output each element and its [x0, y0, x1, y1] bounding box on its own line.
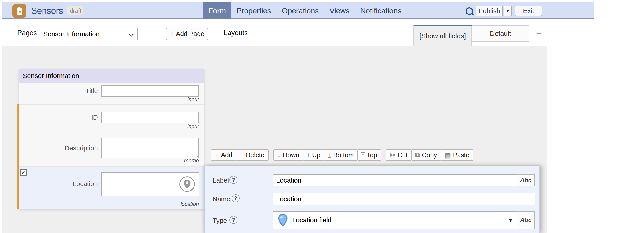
button-label: Down — [283, 151, 299, 159]
tab-operations[interactable]: Operations — [276, 2, 324, 19]
description-textarea[interactable] — [102, 138, 199, 158]
add-delete-group: + Add − Delete — [211, 149, 268, 161]
minus-icon: − — [240, 151, 244, 159]
add-page-button[interactable]: + Add Page — [166, 28, 208, 40]
button-label: Paste — [453, 151, 469, 159]
page-select-value: Sensor Information — [43, 30, 100, 38]
main-nav: Form Properties Operations Views Notific… — [203, 2, 407, 19]
map-pin-icon — [179, 176, 196, 192]
title-text-input[interactable] — [102, 85, 199, 97]
field-type-caption: input — [187, 96, 199, 103]
tab-form[interactable]: Form — [203, 2, 231, 19]
tab-notifications[interactable]: Notifications — [355, 2, 407, 19]
id-text-input[interactable] — [102, 112, 199, 123]
form-section-header: Sensor Information — [19, 69, 204, 83]
layout-tab-default[interactable]: Default — [472, 25, 529, 42]
plus-icon: + — [215, 151, 219, 159]
paste-icon: ▤ — [444, 151, 451, 159]
field-row-title[interactable]: Title input — [19, 83, 204, 104]
field-name-input[interactable] — [272, 193, 535, 205]
name-row-caption: Name — [212, 195, 230, 203]
button-label: Copy — [422, 151, 437, 159]
field-label: Location — [19, 172, 98, 196]
add-page-label: Add Page — [176, 30, 204, 37]
field-action-toolbar: + Add − Delete ↓ Down ↑ Up ↓ — [211, 149, 478, 161]
help-icon[interactable]: ? — [230, 176, 238, 184]
plus-icon: + — [170, 29, 174, 38]
type-dropdown-value: Location field — [292, 212, 332, 229]
map-pin-icon — [278, 214, 288, 227]
label-row-caption: Label — [212, 177, 229, 184]
type-row-caption: Type — [212, 217, 227, 224]
add-field-button[interactable]: + Add — [211, 149, 236, 161]
app-editor: Sensors draft Form Properties Operations… — [0, 0, 644, 233]
publish-menu-caret-icon[interactable]: ▾ — [504, 5, 512, 16]
move-down-button[interactable]: ↓ Down — [274, 149, 303, 161]
dropdown-caret-icon: ▾ — [509, 212, 512, 229]
app-brand: Sensors draft — [12, 2, 84, 19]
type-localization-button[interactable]: Abc — [517, 211, 535, 229]
field-label: Description — [19, 138, 98, 158]
button-label: Bottom — [333, 151, 354, 159]
button-label: Delete — [246, 151, 264, 159]
field-label-input[interactable] — [272, 174, 518, 186]
scissors-icon: ✂ — [390, 151, 396, 159]
form-preview-panel: Sensor Information Title input ID input … — [19, 69, 204, 210]
paste-button[interactable]: ▤ Paste — [440, 149, 474, 161]
move-top-button[interactable]: ↑ Top — [358, 149, 381, 161]
tab-properties[interactable]: Properties — [231, 2, 276, 19]
field-row-location[interactable]: ✓ Location location — [19, 166, 204, 210]
move-up-button[interactable]: ↑ Up — [303, 149, 324, 161]
copy-button[interactable]: ⧉ Copy — [411, 149, 441, 161]
location-input-line1[interactable] — [102, 172, 175, 184]
layout-tab-show-all-fields[interactable]: [Show all fields] — [414, 25, 472, 46]
field-type-dropdown[interactable]: Location field ▾ — [272, 211, 518, 229]
field-row-id[interactable]: ID input — [19, 104, 204, 133]
move-group: ↓ Down ↑ Up ↓ Bottom ↑ Top — [274, 149, 381, 161]
clipboard-group: ✂ Cut ⧉ Copy ▤ Paste — [386, 149, 473, 161]
layouts-link[interactable]: Layouts — [224, 29, 248, 37]
field-label: ID — [19, 112, 98, 123]
label-localization-button[interactable]: Abc — [517, 174, 535, 186]
help-icon[interactable]: ? — [230, 216, 238, 224]
field-label: Title — [19, 85, 98, 97]
arrow-to-bottom-icon: ↓ — [328, 151, 331, 159]
arrow-to-top-icon: ↑ — [362, 151, 365, 159]
page-select[interactable]: Sensor Information — [40, 28, 138, 40]
location-widget — [102, 172, 200, 196]
publish-button[interactable]: Publish — [476, 5, 503, 16]
page-toolbar: Pages Sensor Information + Add Page Layo… — [0, 20, 644, 46]
button-label: Top — [367, 151, 377, 159]
workspace: Sensor Information Title input ID input … — [2, 46, 547, 233]
field-properties-panel: Label ? Abc Name ? Type ? Location field… — [204, 166, 540, 233]
app-title: Sensors — [31, 6, 63, 16]
exit-button[interactable]: Exit — [515, 5, 542, 16]
arrow-down-icon: ↓ — [278, 151, 281, 159]
help-icon[interactable]: ? — [232, 194, 240, 202]
button-label: Up — [312, 151, 320, 159]
move-bottom-button[interactable]: ↓ Bottom — [324, 149, 358, 161]
tab-views[interactable]: Views — [324, 2, 355, 19]
button-label: Cut — [398, 151, 408, 159]
button-label: Add — [221, 151, 232, 159]
location-pin-button[interactable] — [175, 172, 200, 196]
app-clipboard-icon — [12, 4, 26, 18]
status-badge: draft — [68, 6, 84, 15]
delete-field-button[interactable]: − Delete — [236, 149, 268, 161]
search-icon[interactable] — [465, 7, 474, 16]
cut-button[interactable]: ✂ Cut — [386, 149, 412, 161]
field-type-caption: input — [187, 123, 199, 129]
toolbar-divider — [205, 20, 205, 46]
add-layout-tab-button[interactable]: + — [532, 25, 546, 42]
arrow-up-icon: ↑ — [307, 151, 310, 159]
location-input-line2[interactable] — [102, 184, 175, 196]
field-type-caption: location — [180, 201, 199, 207]
topbar: Sensors draft Form Properties Operations… — [2, 2, 594, 19]
copy-icon: ⧉ — [415, 151, 420, 159]
field-type-caption: memo — [184, 157, 199, 164]
field-row-description[interactable]: Description memo — [19, 133, 204, 166]
pages-link[interactable]: Pages — [17, 29, 37, 37]
